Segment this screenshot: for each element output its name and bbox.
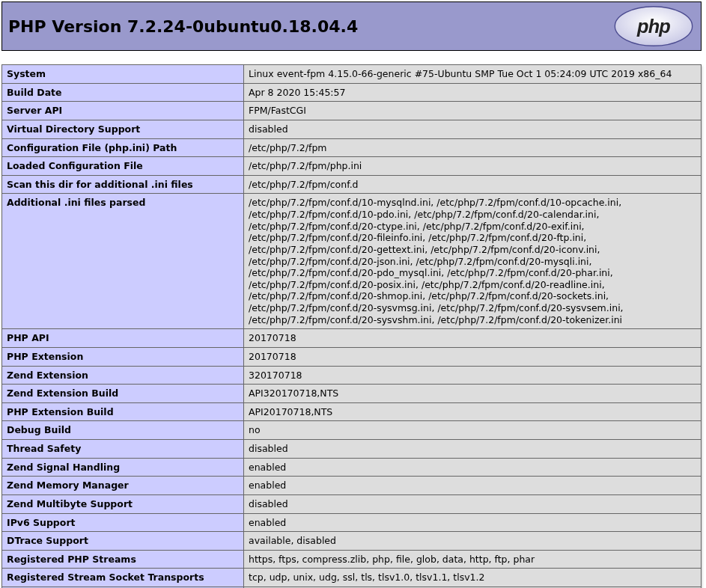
table-row: Zend Extension BuildAPI320170718,NTS [2,385,702,403]
row-label: Thread Safety [2,440,244,459]
row-label: Zend Memory Manager [2,477,244,495]
row-label: Virtual Directory Support [2,120,244,138]
php-logo-icon: php [612,4,695,48]
row-value: https, ftps, compress.zlib, php, file, g… [244,550,702,569]
table-row: Zend Signal Handlingenabled [2,458,702,477]
table-row: PHP Extension BuildAPI20170718,NTS [2,402,702,421]
row-label: PHP Extension [2,347,244,366]
row-label: Scan this dir for additional .ini files [2,175,244,194]
info-table: SystemLinux event-fpm 4.15.0-66-generic … [1,64,702,588]
table-row: Loaded Configuration File/etc/php/7.2/fp… [2,157,702,176]
row-value: API320170718,NTS [244,385,702,403]
table-row: IPv6 Supportenabled [2,513,702,532]
row-value: API20170718,NTS [244,402,702,421]
table-row: Zend Multibyte Supportdisabled [2,494,702,513]
row-value: /etc/php/7.2/fpm [244,138,702,157]
row-value: tcp, udp, unix, udg, ssl, tls, tlsv1.0, … [244,569,702,587]
row-label: Server API [2,102,244,120]
table-row: Registered PHP Streamshttps, ftps, compr… [2,550,702,569]
row-label: Build Date [2,83,244,102]
row-value: 320170718 [244,366,702,385]
table-row: Registered Stream Socket Transportstcp, … [2,569,702,587]
row-label: System [2,65,244,84]
table-row: Thread Safetydisabled [2,440,702,459]
row-label: Zend Extension [2,366,244,385]
table-row: PHP Extension20170718 [2,347,702,366]
row-label: PHP API [2,329,244,348]
row-label: Registered Stream Socket Transports [2,569,244,587]
table-row: DTrace Supportavailable, disabled [2,532,702,551]
row-label: DTrace Support [2,532,244,551]
table-row: Scan this dir for additional .ini files/… [2,175,702,194]
table-row: Server APIFPM/FastCGI [2,102,702,120]
row-label: Additional .ini files parsed [2,194,244,329]
row-label: Registered PHP Streams [2,550,244,569]
row-label: Configuration File (php.ini) Path [2,138,244,157]
row-label: IPv6 Support [2,513,244,532]
table-row: Build DateApr 8 2020 15:45:57 [2,83,702,102]
row-label: PHP Extension Build [2,402,244,421]
row-value: enabled [244,513,702,532]
table-row: Zend Memory Managerenabled [2,477,702,495]
row-label: Zend Signal Handling [2,458,244,477]
svg-text:php: php [636,16,670,37]
row-value: no [244,421,702,440]
row-value: available, disabled [244,532,702,551]
row-label: Zend Extension Build [2,385,244,403]
table-row: Configuration File (php.ini) Path/etc/ph… [2,138,702,157]
row-value: /etc/php/7.2/fpm/conf.d [244,175,702,194]
row-value: Linux event-fpm 4.15.0-66-generic #75-Ub… [244,65,702,84]
row-value: FPM/FastCGI [244,102,702,120]
row-value: /etc/php/7.2/fpm/conf.d/10-mysqlnd.ini, … [244,194,702,329]
row-value: disabled [244,494,702,513]
table-row: Debug Buildno [2,421,702,440]
table-row: Additional .ini files parsed/etc/php/7.2… [2,194,702,329]
header-panel: PHP Version 7.2.24-0ubuntu0.18.04.4 php [1,1,702,51]
row-value: 20170718 [244,329,702,348]
row-value: disabled [244,120,702,138]
table-row: SystemLinux event-fpm 4.15.0-66-generic … [2,65,702,84]
row-value: enabled [244,477,702,495]
row-value: 20170718 [244,347,702,366]
row-value: /etc/php/7.2/fpm/php.ini [244,157,702,176]
row-value: disabled [244,440,702,459]
row-value: Apr 8 2020 15:45:57 [244,83,702,102]
row-label: Zend Multibyte Support [2,494,244,513]
table-row: PHP API20170718 [2,329,702,348]
table-row: Virtual Directory Supportdisabled [2,120,702,138]
row-label: Debug Build [2,421,244,440]
page-title: PHP Version 7.2.24-0ubuntu0.18.04.4 [8,17,358,36]
row-label: Loaded Configuration File [2,157,244,176]
table-row: Zend Extension320170718 [2,366,702,385]
row-value: enabled [244,458,702,477]
